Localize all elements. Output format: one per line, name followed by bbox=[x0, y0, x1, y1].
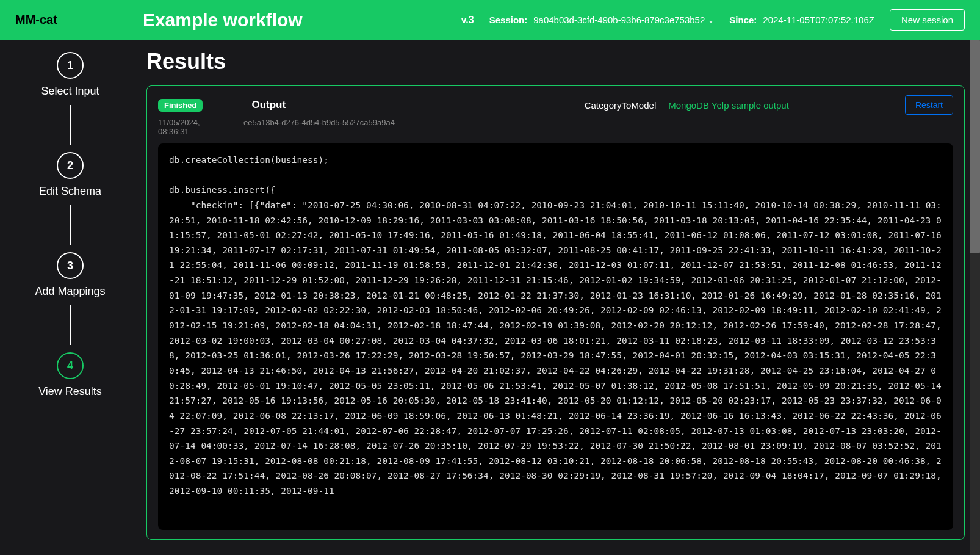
step-number: 1 bbox=[57, 52, 84, 79]
restart-button[interactable]: Restart bbox=[905, 95, 953, 115]
step-label: View Results bbox=[38, 385, 102, 398]
app-header: MM-cat Example workflow v.3 Session: 9a0… bbox=[0, 0, 980, 40]
step-add-mappings[interactable]: 3 Add Mappings bbox=[35, 252, 105, 298]
step-view-results[interactable]: 4 View Results bbox=[38, 352, 102, 398]
page-title: Results bbox=[146, 49, 965, 74]
since-value: 2024-11-05T07:07:52.106Z bbox=[763, 15, 874, 25]
code-output[interactable]: db.createCollection(business); db.busine… bbox=[158, 143, 953, 530]
workflow-steps-sidebar: 1 Select Input 2 Edit Schema 3 Add Mappi… bbox=[0, 40, 140, 555]
panel-subheader: 11/05/2024, 08:36:31 ee5a13b4-d276-4d54-… bbox=[158, 118, 953, 136]
chevron-down-icon: ⌄ bbox=[708, 16, 714, 24]
status-badge: Finished bbox=[158, 99, 203, 112]
since-label: Since: bbox=[729, 15, 757, 25]
session-dropdown[interactable]: 9a04b03d-3cfd-490b-93b6-879c3e753b52 ⌄ bbox=[533, 15, 714, 25]
step-connector bbox=[70, 305, 71, 345]
step-connector bbox=[70, 105, 71, 145]
new-session-button[interactable]: New session bbox=[890, 9, 965, 31]
main-content: Results Finished Output CategoryToModel … bbox=[140, 40, 980, 555]
output-label: Output bbox=[251, 99, 286, 111]
output-link[interactable]: MongoDB Yelp sample output bbox=[668, 100, 789, 111]
workflow-title: Example workflow bbox=[143, 10, 449, 31]
step-number: 2 bbox=[57, 152, 84, 179]
header-meta: v.3 Session: 9a04b03d-3cfd-490b-93b6-879… bbox=[461, 9, 965, 31]
scrollbar-thumb[interactable] bbox=[970, 40, 980, 253]
step-select-input[interactable]: 1 Select Input bbox=[41, 52, 99, 98]
step-edit-schema[interactable]: 2 Edit Schema bbox=[39, 152, 101, 198]
version-label: v.3 bbox=[461, 15, 474, 26]
step-label: Edit Schema bbox=[39, 185, 101, 198]
panel-header: Finished Output CategoryToModel MongoDB … bbox=[158, 95, 953, 115]
category-label: CategoryToModel bbox=[585, 100, 657, 111]
step-label: Add Mappings bbox=[35, 285, 105, 298]
session-id: 9a04b03d-3cfd-490b-93b6-879c3e753b52 bbox=[533, 15, 705, 25]
session-label: Session: bbox=[489, 15, 528, 25]
scrollbar[interactable] bbox=[970, 40, 980, 555]
job-id: ee5a13b4-d276-4d54-b9d5-5527ca59a9a4 bbox=[243, 118, 395, 136]
results-panel: Finished Output CategoryToModel MongoDB … bbox=[146, 85, 965, 540]
step-label: Select Input bbox=[41, 85, 99, 98]
app-logo[interactable]: MM-cat bbox=[15, 13, 57, 27]
step-number: 3 bbox=[57, 252, 84, 279]
step-connector bbox=[70, 205, 71, 245]
step-number: 4 bbox=[57, 352, 84, 379]
job-timestamp: 11/05/2024, 08:36:31 bbox=[158, 118, 231, 136]
